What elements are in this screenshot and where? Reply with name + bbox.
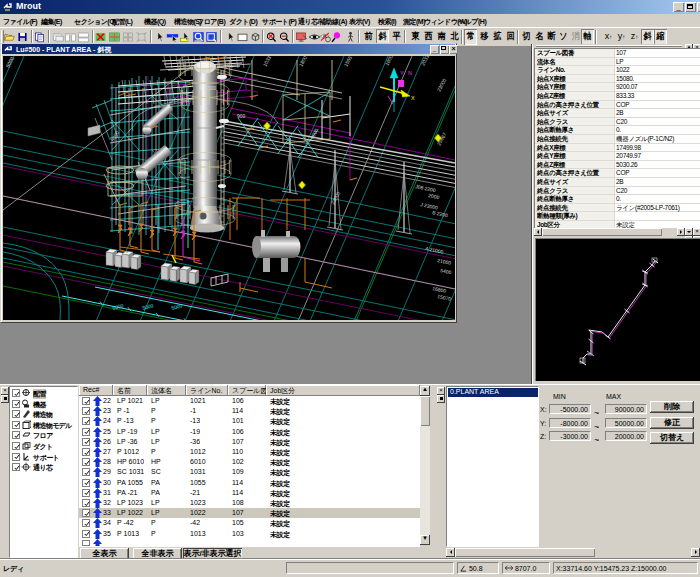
svg-text:5000: 5000 [142,302,155,311]
svg-text:Y: Y [400,70,404,76]
svg-text:23000: 23000 [436,77,448,92]
svg-text:5000: 5000 [171,302,184,311]
svg-text:5400: 5400 [440,267,452,275]
svg-text:1033: 1033 [262,56,273,67]
svg-text:2000: 2000 [428,192,440,200]
svg-text:1600: 1600 [384,56,395,66]
svg-text:5000: 5000 [112,302,125,311]
svg-text:J08 2200: J08 2200 [415,183,437,193]
svg-text:5000: 5000 [110,130,121,143]
svg-text:X: X [411,95,415,101]
svg-text:1300: 1300 [205,85,216,91]
svg-text:B 2200: B 2200 [432,209,449,218]
svg-text:21000: 21000 [437,257,452,266]
svg-text:N: N [408,70,412,76]
svg-text:900: 900 [237,113,246,119]
svg-text:2033: 2033 [420,56,431,66]
svg-text:15070: 15070 [437,293,452,302]
svg-text:1555: 1555 [343,56,354,67]
svg-text:25667: 25667 [436,131,448,146]
svg-text:1800: 1800 [298,56,309,67]
svg-text:5000: 5000 [5,56,16,68]
svg-text:23000: 23000 [330,190,342,205]
